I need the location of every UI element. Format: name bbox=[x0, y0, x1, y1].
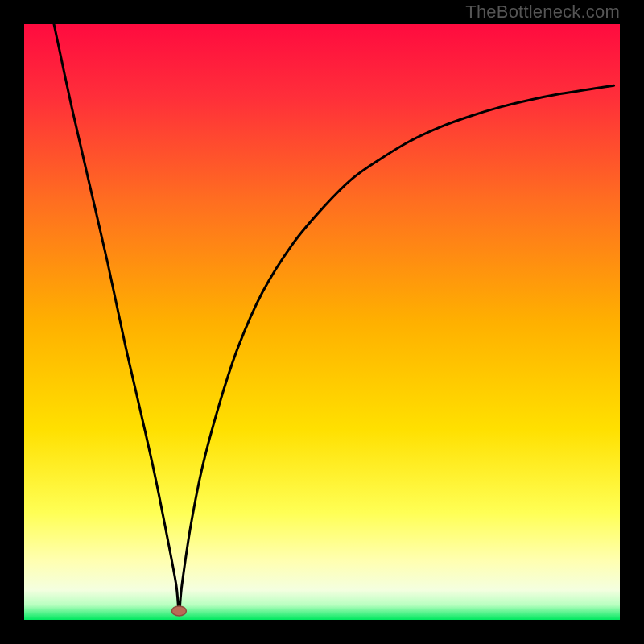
chart-frame bbox=[24, 24, 620, 620]
watermark-text: TheBottleneck.com bbox=[465, 2, 620, 23]
chart-svg bbox=[24, 24, 620, 620]
gradient-background bbox=[24, 24, 620, 620]
optimum-marker bbox=[171, 606, 186, 616]
